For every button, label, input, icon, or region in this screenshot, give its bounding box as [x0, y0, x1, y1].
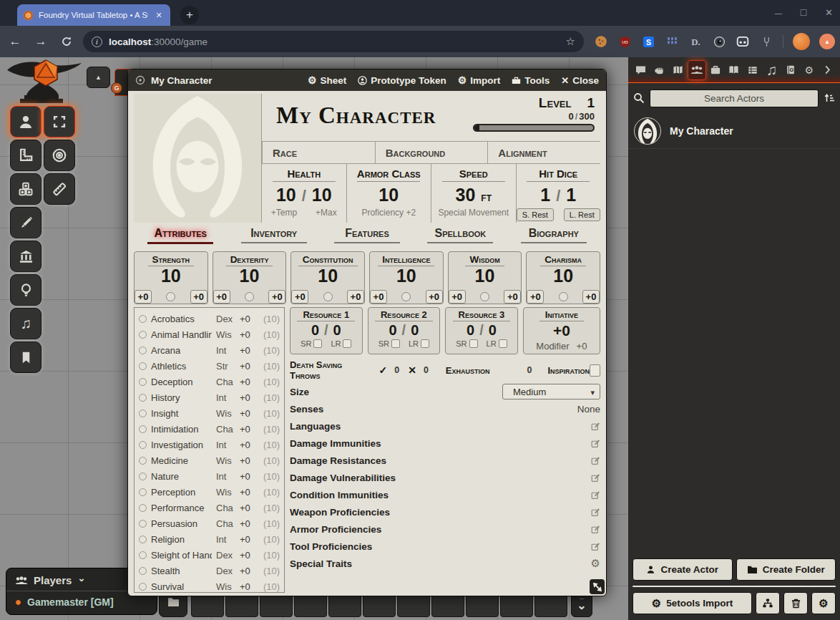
skill-row[interactable]: Religion Int +0 (10) — [139, 531, 280, 547]
hd-max[interactable]: 1 — [566, 185, 576, 205]
sheet-titlebar[interactable]: My Character Sheet Prototype Token Impor… — [128, 69, 606, 91]
skill-row[interactable]: Nature Int +0 (10) — [139, 468, 280, 484]
speed-value[interactable]: 30 — [456, 185, 476, 205]
sheet-tab[interactable]: Spellbook — [414, 227, 507, 248]
lr-checkbox[interactable] — [343, 339, 351, 348]
drawings-pencil-tool[interactable] — [10, 207, 41, 238]
profile-avatar[interactable] — [793, 33, 810, 50]
resource-value[interactable]: 0 — [311, 321, 319, 339]
skill-proficiency-pip[interactable] — [139, 520, 147, 528]
ability-score[interactable]: 10 — [240, 266, 260, 286]
initiative-value[interactable]: +0 — [553, 321, 570, 339]
ability-score[interactable]: 10 — [396, 266, 416, 286]
skill-row[interactable]: Acrobatics Dex +0 (10) — [139, 311, 280, 326]
sheet-tab[interactable]: Features — [321, 227, 414, 248]
death-save-failure-count[interactable]: 0 — [424, 365, 429, 375]
target-tool[interactable] — [44, 140, 75, 171]
ability-proficiency-pip[interactable] — [245, 292, 254, 301]
level-value[interactable]: 1 — [587, 95, 595, 111]
window-minimize-icon[interactable] — [775, 7, 782, 18]
target-select-tool[interactable] — [44, 106, 75, 137]
playlists-tab[interactable] — [762, 60, 781, 80]
ac-value[interactable]: 10 — [379, 185, 399, 205]
hp-max[interactable]: 10 — [312, 185, 332, 205]
skill-name[interactable]: Performance — [151, 503, 212, 513]
search-actors-input[interactable]: Search Actors — [650, 89, 819, 107]
dice-tool[interactable] — [10, 173, 41, 205]
special-movement-link[interactable]: Special Movement — [438, 208, 509, 218]
5etools-import-button[interactable]: 5etools Import — [633, 592, 752, 614]
skill-proficiency-pip[interactable] — [139, 410, 147, 417]
skill-proficiency-pip[interactable] — [139, 504, 147, 512]
ability-modifier[interactable]: +0 — [213, 290, 230, 304]
scenes-tab[interactable] — [668, 60, 687, 80]
skill-proficiency-pip[interactable] — [139, 441, 147, 449]
death-save-success-count[interactable]: 0 — [394, 365, 399, 375]
skill-row[interactable]: Medicine Wis +0 (10) — [139, 452, 280, 468]
edit-icon[interactable] — [591, 456, 600, 465]
combat-tab[interactable] — [650, 60, 668, 80]
skill-name[interactable]: Medicine — [151, 455, 212, 466]
browser-update-icon[interactable] — [819, 34, 835, 49]
ability-save[interactable]: +0 — [347, 290, 364, 304]
edit-icon[interactable] — [591, 439, 600, 448]
resource-value[interactable]: 0 — [389, 321, 396, 339]
actors-tab[interactable] — [688, 60, 706, 80]
skill-name[interactable]: Arcana — [151, 345, 212, 356]
skill-proficiency-pip[interactable] — [139, 536, 147, 543]
skill-row[interactable]: Arcana Int +0 (10) — [139, 342, 280, 358]
g-module-badge[interactable]: G — [111, 82, 122, 94]
window-maximize-icon[interactable] — [801, 6, 806, 18]
reload-button[interactable] — [56, 31, 77, 52]
ability-score[interactable]: 10 — [475, 266, 495, 286]
compendium-tab[interactable] — [781, 60, 800, 80]
skill-name[interactable]: Deception — [151, 377, 212, 387]
journal-tab[interactable] — [725, 60, 743, 80]
death-save-failure-icon[interactable] — [408, 364, 416, 376]
close-window-button[interactable]: Close — [561, 75, 599, 86]
tables-tab[interactable] — [743, 60, 762, 80]
ability-proficiency-pip[interactable] — [401, 292, 411, 301]
ability-proficiency-pip[interactable] — [323, 292, 333, 301]
measure-tool[interactable] — [10, 140, 41, 171]
chat-tab[interactable] — [631, 60, 650, 80]
ability-score[interactable]: 10 — [161, 266, 181, 286]
cookie-extension-icon[interactable] — [594, 34, 608, 49]
ability-save[interactable]: +0 — [582, 290, 600, 304]
detail-field[interactable]: Race — [262, 142, 375, 163]
select-token-tool[interactable] — [10, 106, 41, 137]
tools-button[interactable]: Tools — [512, 75, 550, 86]
skill-proficiency-pip[interactable] — [139, 551, 147, 559]
skill-name[interactable]: Perception — [151, 487, 212, 498]
lr-checkbox[interactable] — [499, 339, 507, 348]
hp-tempmax-label[interactable]: +Max — [316, 208, 337, 218]
ability-name[interactable]: Constitution — [298, 254, 358, 266]
grid-extension-icon[interactable] — [665, 34, 679, 49]
edit-icon[interactable] — [591, 473, 600, 483]
skill-row[interactable]: Investigation Int +0 (10) — [139, 437, 280, 452]
create-folder-button[interactable]: Create Folder — [736, 558, 836, 581]
folder-tree-button[interactable] — [756, 592, 780, 614]
skill-name[interactable]: Stealth — [151, 566, 212, 576]
resource-label[interactable]: Resource 3 — [453, 309, 511, 321]
skill-proficiency-pip[interactable] — [139, 457, 147, 465]
skill-row[interactable]: Perception Wis +0 (10) — [139, 484, 280, 500]
window-resize-handle[interactable] — [590, 579, 605, 594]
xp-text[interactable]: 0/300 — [473, 111, 595, 122]
robot-extension-icon[interactable] — [736, 34, 750, 49]
skill-row[interactable]: History Int +0 (10) — [139, 389, 280, 405]
ability-name[interactable]: Dexterity — [226, 254, 273, 266]
ability-save[interactable]: +0 — [268, 290, 285, 304]
skill-row[interactable]: Stealth Dex +0 (10) — [139, 563, 280, 578]
ability-name[interactable]: Strength — [148, 254, 195, 266]
s-extension-icon[interactable]: S — [641, 34, 655, 49]
sr-checkbox[interactable] — [313, 339, 322, 348]
new-tab-button[interactable]: + — [180, 6, 199, 24]
ability-score[interactable]: 10 — [553, 266, 573, 286]
ability-save[interactable]: +0 — [426, 290, 443, 304]
resource-max[interactable]: 0 — [411, 321, 419, 339]
ability-name[interactable]: Charisma — [540, 254, 586, 266]
ability-modifier[interactable]: +0 — [291, 290, 308, 304]
character-portrait[interactable] — [134, 94, 261, 223]
skill-name[interactable]: Investigation — [151, 440, 212, 450]
